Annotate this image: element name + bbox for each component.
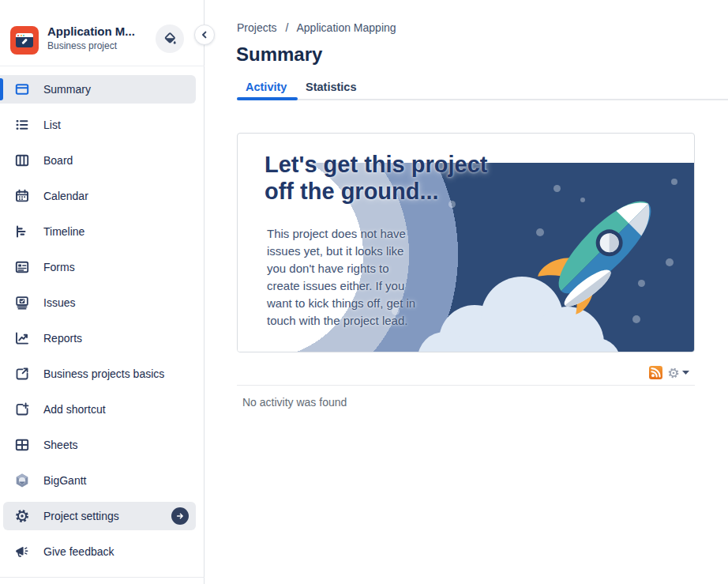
sidebar-nav: Summary List Board — [0, 75, 196, 573]
stream-settings-gear-button[interactable] — [667, 367, 680, 379]
project-avatar[interactable] — [10, 26, 39, 55]
breadcrumb-separator: / — [285, 21, 288, 34]
sidebar-item-label: Board — [43, 154, 73, 167]
sidebar-item-label: Add shortcut — [43, 403, 106, 416]
reports-icon — [14, 330, 30, 346]
divider — [237, 99, 728, 100]
divider — [237, 385, 695, 386]
chevron-down-icon — [682, 371, 689, 375]
list-icon — [14, 117, 30, 133]
empty-project-banner: Let's get this project off the ground...… — [237, 133, 695, 352]
project-name: Application M... — [47, 24, 135, 38]
tab-activity[interactable]: Activity — [246, 81, 287, 93]
sidebar-item-biggantt[interactable]: BigGantt — [0, 466, 196, 495]
open-settings-arrow-button[interactable] — [171, 507, 189, 525]
divider — [0, 66, 205, 66]
sidebar-item-label: Project settings — [43, 510, 119, 522]
breadcrumb: Projects / Application Mapping — [237, 21, 396, 34]
sidebar-item-label: Issues — [43, 296, 75, 309]
sidebar-item-board[interactable]: Board — [0, 146, 196, 175]
biggantt-logo-icon — [14, 473, 30, 488]
breadcrumb-projects[interactable]: Projects — [237, 21, 277, 34]
sidebar-item-label: Forms — [43, 261, 75, 273]
sidebar-item-add-shortcut[interactable]: Add shortcut — [0, 395, 196, 424]
sidebar-item-label: Summary — [43, 83, 91, 96]
sidebar-item-business-projects-basics[interactable]: Business projects basics — [0, 360, 196, 388]
megaphone-icon — [14, 544, 30, 560]
rss-feed-button[interactable] — [649, 366, 662, 379]
external-link-icon — [14, 366, 30, 382]
empty-activity-message: No activity was found — [242, 396, 347, 409]
calendar-icon — [14, 188, 30, 204]
sidebar-item-label: Reports — [43, 332, 82, 345]
rss-icon — [649, 366, 662, 379]
sidebar-item-calendar[interactable]: Calendar — [0, 182, 196, 210]
banner-body: This project does not have issues yet, b… — [267, 225, 543, 330]
chevron-left-icon — [200, 30, 209, 40]
banner-heading: Let's get this project off the ground... — [265, 151, 509, 205]
project-sidebar: Application M... Business project Summ — [0, 0, 205, 584]
divider — [0, 577, 205, 578]
summary-icon — [14, 81, 30, 97]
timeline-icon — [14, 224, 30, 239]
sidebar-item-label: Give feedback — [43, 545, 114, 558]
sidebar-item-reports[interactable]: Reports — [0, 324, 196, 352]
board-icon — [14, 153, 30, 168]
sidebar-item-issues[interactable]: Issues — [0, 288, 196, 317]
issues-icon — [14, 295, 30, 311]
sidebar-item-give-feedback[interactable]: Give feedback — [0, 537, 196, 566]
sidebar-item-label: Sheets — [43, 439, 78, 451]
sidebar-item-label: Business projects basics — [43, 367, 164, 380]
paint-bucket-icon — [162, 31, 178, 47]
stream-options-caret-button[interactable] — [682, 371, 689, 375]
sidebar-item-label: Timeline — [43, 225, 84, 238]
active-indicator — [0, 78, 3, 100]
sidebar-item-label: BigGantt — [43, 474, 86, 487]
sheets-icon — [14, 437, 30, 453]
sidebar-item-label: List — [43, 119, 61, 131]
tab-statistics[interactable]: Statistics — [306, 81, 356, 93]
project-avatar-window-icon — [16, 33, 33, 47]
theme-paint-button[interactable] — [156, 24, 184, 53]
gear-icon — [14, 508, 30, 524]
active-tab-underline — [237, 97, 298, 100]
sidebar-item-forms[interactable]: Forms — [0, 253, 196, 281]
add-shortcut-icon — [14, 401, 30, 417]
sidebar-item-list[interactable]: List — [0, 111, 196, 139]
breadcrumb-application-mapping[interactable]: Application Mapping — [296, 21, 396, 34]
project-type: Business project — [47, 40, 117, 51]
arrow-right-icon — [175, 511, 185, 521]
forms-icon — [14, 259, 30, 275]
sidebar-item-label: Calendar — [43, 190, 88, 202]
collapse-sidebar-button[interactable] — [194, 24, 215, 45]
sidebar-item-project-settings[interactable]: Project settings — [3, 502, 196, 530]
sidebar-item-sheets[interactable]: Sheets — [0, 431, 196, 459]
sidebar-item-summary[interactable]: Summary — [0, 75, 196, 104]
sidebar-item-timeline[interactable]: Timeline — [0, 217, 196, 246]
gear-icon — [667, 367, 680, 379]
sidebar-header: Application M... Business project — [0, 0, 204, 66]
page-title: Summary — [236, 43, 322, 66]
